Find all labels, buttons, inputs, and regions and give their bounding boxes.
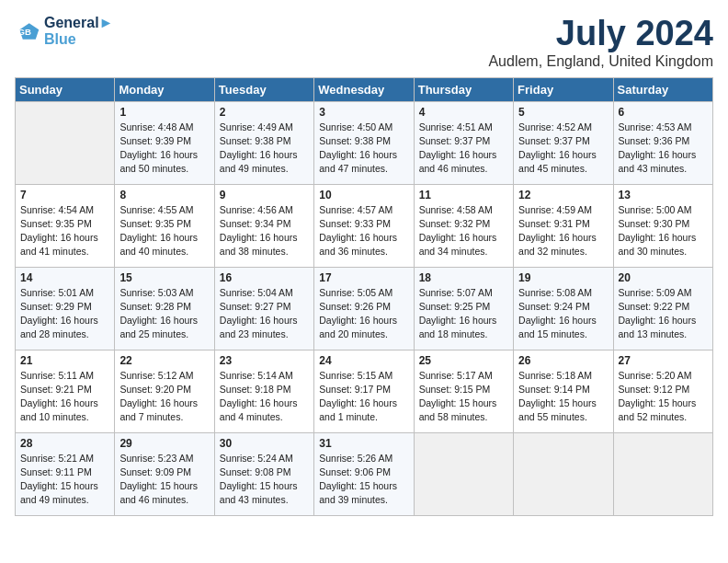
header-row: Sunday Monday Tuesday Wednesday Thursday…: [16, 77, 713, 101]
day-number: 20: [619, 271, 708, 284]
calendar-cell: 6Sunrise: 4:53 AM Sunset: 9:36 PM Daylig…: [613, 101, 712, 184]
day-number: 21: [20, 354, 109, 367]
day-number: 25: [419, 354, 508, 367]
day-number: 18: [419, 271, 508, 284]
calendar-cell: 26Sunrise: 5:18 AM Sunset: 9:14 PM Dayli…: [514, 350, 613, 432]
day-info: Sunrise: 4:56 AM Sunset: 9:34 PM Dayligh…: [220, 203, 309, 259]
week-row-2: 7Sunrise: 4:54 AM Sunset: 9:35 PM Daylig…: [16, 184, 713, 267]
calendar-cell: 1Sunrise: 4:48 AM Sunset: 9:39 PM Daylig…: [115, 101, 214, 184]
day-number: 5: [518, 106, 608, 119]
day-info: Sunrise: 5:04 AM Sunset: 9:27 PM Dayligh…: [220, 286, 309, 342]
col-wednesday: Wednesday: [314, 77, 414, 101]
day-number: 14: [20, 271, 109, 284]
calendar-cell: 13Sunrise: 5:00 AM Sunset: 9:30 PM Dayli…: [613, 184, 712, 267]
day-info: Sunrise: 5:18 AM Sunset: 9:14 PM Dayligh…: [518, 369, 608, 425]
calendar-cell: 4Sunrise: 4:51 AM Sunset: 9:37 PM Daylig…: [414, 101, 513, 184]
day-info: Sunrise: 4:53 AM Sunset: 9:36 PM Dayligh…: [619, 121, 708, 177]
day-info: Sunrise: 5:11 AM Sunset: 9:21 PM Dayligh…: [20, 369, 109, 425]
day-number: 15: [119, 271, 209, 284]
day-number: 9: [220, 189, 309, 201]
day-info: Sunrise: 5:07 AM Sunset: 9:25 PM Dayligh…: [419, 286, 508, 342]
day-info: Sunrise: 4:48 AM Sunset: 9:39 PM Dayligh…: [119, 121, 209, 177]
day-number: 13: [619, 189, 708, 201]
day-info: Sunrise: 4:57 AM Sunset: 9:33 PM Dayligh…: [319, 203, 408, 259]
day-number: 23: [220, 354, 309, 367]
day-info: Sunrise: 5:05 AM Sunset: 9:26 PM Dayligh…: [319, 286, 408, 342]
day-info: Sunrise: 5:24 AM Sunset: 9:08 PM Dayligh…: [220, 452, 309, 508]
day-number: 8: [119, 189, 209, 201]
calendar-cell: [514, 432, 613, 515]
day-number: 27: [619, 354, 708, 367]
day-number: 2: [220, 106, 309, 119]
day-info: Sunrise: 5:00 AM Sunset: 9:30 PM Dayligh…: [619, 203, 708, 259]
day-info: Sunrise: 5:21 AM Sunset: 9:11 PM Dayligh…: [20, 452, 109, 508]
col-tuesday: Tuesday: [214, 77, 313, 101]
day-number: 26: [518, 354, 608, 367]
calendar-cell: 2Sunrise: 4:49 AM Sunset: 9:38 PM Daylig…: [214, 101, 313, 184]
calendar-cell: 30Sunrise: 5:24 AM Sunset: 9:08 PM Dayli…: [214, 432, 313, 515]
day-number: 6: [619, 106, 708, 119]
day-info: Sunrise: 4:54 AM Sunset: 9:35 PM Dayligh…: [20, 203, 109, 259]
calendar-cell: 31Sunrise: 5:26 AM Sunset: 9:06 PM Dayli…: [314, 432, 414, 515]
calendar-cell: 25Sunrise: 5:17 AM Sunset: 9:15 PM Dayli…: [414, 350, 513, 432]
week-row-1: 1Sunrise: 4:48 AM Sunset: 9:39 PM Daylig…: [16, 101, 713, 184]
calendar-cell: 16Sunrise: 5:04 AM Sunset: 9:27 PM Dayli…: [214, 267, 313, 350]
day-info: Sunrise: 5:12 AM Sunset: 9:20 PM Dayligh…: [119, 369, 209, 425]
location: Audlem, England, United Kingdom: [488, 53, 713, 70]
day-number: 19: [518, 271, 608, 284]
title-block: July 2024 Audlem, England, United Kingdo…: [488, 15, 713, 70]
calendar-cell: 22Sunrise: 5:12 AM Sunset: 9:20 PM Dayli…: [115, 350, 214, 432]
day-info: Sunrise: 5:20 AM Sunset: 9:12 PM Dayligh…: [619, 369, 708, 425]
page-header: GB General► Blue July 2024 Audlem, Engla…: [15, 15, 713, 70]
day-info: Sunrise: 5:26 AM Sunset: 9:06 PM Dayligh…: [319, 452, 408, 508]
day-number: 11: [419, 189, 508, 201]
day-info: Sunrise: 5:09 AM Sunset: 9:22 PM Dayligh…: [619, 286, 708, 342]
calendar-cell: 12Sunrise: 4:59 AM Sunset: 9:31 PM Dayli…: [514, 184, 613, 267]
calendar-cell: 7Sunrise: 4:54 AM Sunset: 9:35 PM Daylig…: [16, 184, 115, 267]
calendar-cell: 20Sunrise: 5:09 AM Sunset: 9:22 PM Dayli…: [613, 267, 712, 350]
day-info: Sunrise: 5:15 AM Sunset: 9:17 PM Dayligh…: [319, 369, 408, 425]
calendar-cell: 3Sunrise: 4:50 AM Sunset: 9:38 PM Daylig…: [314, 101, 414, 184]
calendar-cell: 18Sunrise: 5:07 AM Sunset: 9:25 PM Dayli…: [414, 267, 513, 350]
week-row-5: 28Sunrise: 5:21 AM Sunset: 9:11 PM Dayli…: [16, 432, 713, 515]
day-info: Sunrise: 5:01 AM Sunset: 9:29 PM Dayligh…: [20, 286, 109, 342]
day-number: 10: [319, 189, 408, 201]
day-number: 29: [119, 437, 209, 450]
calendar-cell: 24Sunrise: 5:15 AM Sunset: 9:17 PM Dayli…: [314, 350, 414, 432]
calendar-table: Sunday Monday Tuesday Wednesday Thursday…: [15, 77, 713, 516]
calendar-cell: [414, 432, 513, 515]
day-info: Sunrise: 5:23 AM Sunset: 9:09 PM Dayligh…: [119, 452, 209, 508]
day-number: 7: [20, 189, 109, 201]
calendar-cell: [613, 432, 712, 515]
col-friday: Friday: [514, 77, 613, 101]
logo-text: General► Blue: [44, 15, 113, 48]
day-number: 17: [319, 271, 408, 284]
month-title: July 2024: [488, 15, 713, 53]
day-number: 12: [518, 189, 608, 201]
col-sunday: Sunday: [16, 77, 115, 101]
calendar-cell: 29Sunrise: 5:23 AM Sunset: 9:09 PM Dayli…: [115, 432, 214, 515]
calendar-cell: 11Sunrise: 4:58 AM Sunset: 9:32 PM Dayli…: [414, 184, 513, 267]
day-info: Sunrise: 5:17 AM Sunset: 9:15 PM Dayligh…: [419, 369, 508, 425]
logo: GB General► Blue: [15, 15, 113, 48]
col-thursday: Thursday: [414, 77, 513, 101]
day-number: 3: [319, 106, 408, 119]
col-monday: Monday: [115, 77, 214, 101]
day-info: Sunrise: 5:08 AM Sunset: 9:24 PM Dayligh…: [518, 286, 608, 342]
day-info: Sunrise: 4:59 AM Sunset: 9:31 PM Dayligh…: [518, 203, 608, 259]
day-info: Sunrise: 5:03 AM Sunset: 9:28 PM Dayligh…: [119, 286, 209, 342]
day-info: Sunrise: 4:58 AM Sunset: 9:32 PM Dayligh…: [419, 203, 508, 259]
calendar-cell: 21Sunrise: 5:11 AM Sunset: 9:21 PM Dayli…: [16, 350, 115, 432]
day-info: Sunrise: 4:51 AM Sunset: 9:37 PM Dayligh…: [419, 121, 508, 177]
week-row-4: 21Sunrise: 5:11 AM Sunset: 9:21 PM Dayli…: [16, 350, 713, 432]
calendar-cell: 8Sunrise: 4:55 AM Sunset: 9:35 PM Daylig…: [115, 184, 214, 267]
day-info: Sunrise: 4:55 AM Sunset: 9:35 PM Dayligh…: [119, 203, 209, 259]
day-info: Sunrise: 4:49 AM Sunset: 9:38 PM Dayligh…: [220, 121, 309, 177]
col-saturday: Saturday: [613, 77, 712, 101]
day-info: Sunrise: 4:50 AM Sunset: 9:38 PM Dayligh…: [319, 121, 408, 177]
day-number: 16: [220, 271, 309, 284]
svg-text:GB: GB: [18, 27, 31, 37]
week-row-3: 14Sunrise: 5:01 AM Sunset: 9:29 PM Dayli…: [16, 267, 713, 350]
day-number: 22: [119, 354, 209, 367]
calendar-cell: 19Sunrise: 5:08 AM Sunset: 9:24 PM Dayli…: [514, 267, 613, 350]
